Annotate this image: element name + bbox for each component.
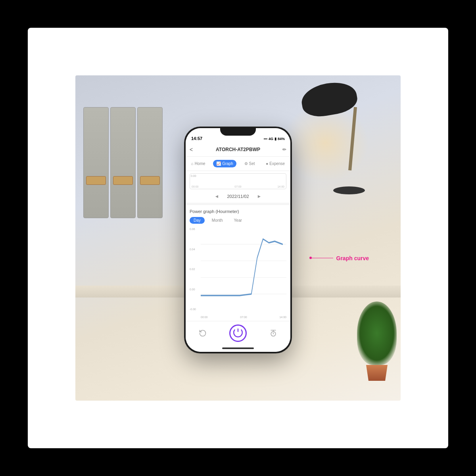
nav-tabs: ⌂ Home 📈 Graph ⚙ Set ●	[186, 157, 290, 171]
back-button[interactable]: <	[190, 146, 193, 153]
x-label-1: 00:00	[201, 316, 208, 319]
scene: 14:57 ▪▪▪ 4G ▮ 84% < ATORCH-AT2PBWP ✏	[75, 75, 401, 401]
time-start: 00:00	[192, 185, 199, 188]
mini-chart-label: 0.00	[191, 175, 196, 177]
lamp-base	[333, 186, 365, 194]
plant	[349, 301, 397, 381]
battery-level: 84%	[278, 137, 285, 141]
tab-home-label: Home	[195, 161, 205, 166]
cabinets	[83, 107, 163, 218]
set-icon: ⚙	[244, 161, 248, 166]
y-label-2: 0.00	[190, 288, 201, 291]
cabinet-3	[137, 107, 163, 218]
tab-set-label: Set	[249, 161, 255, 166]
cabinet-1	[83, 107, 109, 218]
x-label-3: 14:00	[279, 316, 286, 319]
tab-expense-label: Expense	[269, 161, 285, 166]
y-label-1: -0.00	[190, 308, 201, 311]
bottom-bar	[186, 321, 290, 345]
period-day[interactable]: Day	[190, 217, 205, 224]
tab-home[interactable]: ⌂ Home	[188, 160, 209, 167]
plant-pot	[365, 365, 389, 381]
date-prev[interactable]: ◄	[215, 194, 219, 199]
tab-set[interactable]: ⚙ Set	[241, 160, 258, 167]
cabinet-handle-1	[86, 176, 106, 185]
reset-button[interactable]	[196, 326, 210, 340]
chart-svg	[201, 228, 286, 311]
home-indicator-bar	[222, 347, 254, 349]
annotation-label: Graph curve	[336, 255, 369, 261]
graph-top: 0.00 00:00 07:00 14:00	[186, 171, 290, 190]
edit-button[interactable]: ✏	[282, 147, 286, 152]
status-icons: ▪▪▪ 4G ▮ 84%	[263, 137, 285, 141]
period-year[interactable]: Year	[230, 217, 246, 224]
cabinet-handle-3	[140, 176, 160, 185]
phone-wrapper: 14:57 ▪▪▪ 4G ▮ 84% < ATORCH-AT2PBWP ✏	[184, 127, 292, 353]
annotation: Graph curve	[309, 255, 369, 261]
cabinet-handle-2	[113, 176, 133, 185]
x-label-2: 07:00	[240, 316, 247, 319]
graph-curve	[201, 239, 282, 296]
app-header: < ATORCH-AT2PBWP ✏	[186, 142, 290, 157]
annotation-line	[309, 258, 333, 258]
y-label-5: 0.06	[190, 228, 201, 230]
home-icon: ⌂	[191, 161, 194, 166]
mini-chart-times: 00:00 07:00 14:00	[190, 185, 286, 188]
date-nav: ◄ 2022/11/02 ►	[186, 190, 290, 203]
y-label-4: 0.04	[190, 248, 201, 251]
time-end: 14:00	[277, 185, 284, 188]
mini-chart: 0.00 00:00 07:00 14:00	[190, 173, 286, 189]
x-axis: 00:00 07:00 14:00	[201, 316, 286, 319]
time-mid: 07:00	[234, 185, 242, 188]
power-section: Power graph (Hourmeter) Day Month Year 0…	[186, 205, 290, 321]
period-month[interactable]: Month	[208, 217, 227, 224]
y-axis: 0.06 0.04 0.02 0.00 -0.00	[190, 228, 201, 311]
tab-graph-label: Graph	[222, 161, 233, 166]
period-tabs: Day Month Year	[190, 217, 286, 224]
tab-graph[interactable]: 📈 Graph	[213, 160, 236, 167]
y-label-3: 0.02	[190, 268, 201, 271]
annotation-dot	[309, 257, 312, 259]
plant-leaves	[357, 301, 397, 365]
phone-screen: 14:57 ▪▪▪ 4G ▮ 84% < ATORCH-AT2PBWP ✏	[186, 128, 290, 352]
power-graph-title: Power graph (Hourmeter)	[190, 209, 286, 214]
date-next[interactable]: ►	[257, 194, 262, 199]
status-time: 14:57	[191, 136, 202, 141]
chart-area: 0.06 0.04 0.02 0.00 -0.00	[190, 228, 286, 319]
power-button[interactable]	[229, 324, 247, 342]
lamp	[298, 83, 369, 194]
outer-frame: 14:57 ▪▪▪ 4G ▮ 84% < ATORCH-AT2PBWP ✏	[28, 28, 448, 448]
battery-icon: ▮	[274, 137, 276, 141]
phone-notch	[220, 127, 256, 136]
expense-icon: ●	[266, 161, 268, 166]
signal-icon: ▪▪▪	[263, 137, 267, 141]
header-title: ATORCH-AT2PBWP	[216, 147, 260, 152]
network-type: 4G	[269, 137, 273, 141]
tab-expense[interactable]: ● Expense	[263, 160, 288, 167]
graph-icon: 📈	[216, 161, 221, 166]
date-display: 2022/11/02	[227, 194, 249, 199]
phone: 14:57 ▪▪▪ 4G ▮ 84% < ATORCH-AT2PBWP ✏	[184, 127, 292, 353]
timer-button[interactable]	[266, 326, 280, 340]
home-indicator	[186, 345, 290, 352]
cabinet-2	[110, 107, 136, 218]
